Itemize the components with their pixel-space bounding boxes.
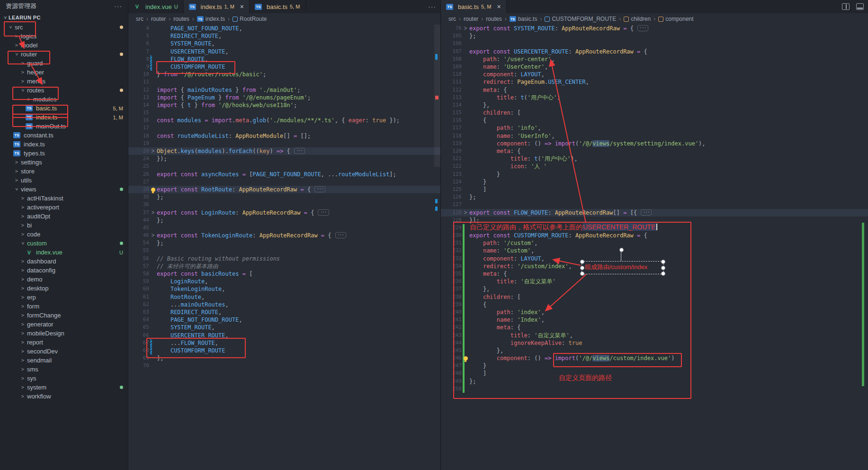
tree-item-generator[interactable]: >generator — [0, 320, 128, 329]
code-line-241[interactable]: 241 name: 'Index', — [441, 316, 868, 324]
code-line-69[interactable]: 69]; — [128, 354, 441, 362]
code-line-19[interactable]: 19 — [128, 140, 441, 147]
breadcrumb-item-router[interactable]: router — [151, 16, 166, 22]
tree-item-dataconfig[interactable]: >dataconfig — [0, 266, 128, 275]
code-line-64[interactable]: 64 PAGE_NOT_FOUND_ROUTE, — [128, 316, 441, 324]
code-line-116[interactable]: 116 { — [441, 117, 868, 124]
code-line-25[interactable]: 25 — [128, 163, 441, 170]
resize-handle-se[interactable] — [661, 271, 665, 276]
code-line-237[interactable]: 237 }, — [441, 285, 868, 293]
code-line-240[interactable]: 240 path: 'index', — [441, 308, 868, 316]
code-line-20[interactable]: 20>Object.keys(modules).forEach((key) =>… — [128, 147, 441, 155]
code-line-8[interactable]: 8 FLOW_ROUTE, — [128, 55, 441, 63]
code-line-76[interactable]: 76>export const SYSTEM_ROUTE: AppRouteRe… — [441, 25, 868, 32]
overview-ruler-right[interactable] — [862, 0, 868, 470]
code-line-120[interactable]: 120 meta: { — [441, 147, 868, 155]
code-line-244[interactable]: 244 ignoreKeepAlive: true — [441, 339, 868, 347]
tree-item-system[interactable]: >system — [0, 383, 128, 392]
folded-region-indicator[interactable]: ··· — [637, 25, 648, 31]
fold-chevron-icon[interactable]: > — [152, 231, 155, 240]
tree-item-mainOut.ts[interactable]: TSmainOut.ts — [0, 122, 128, 131]
code-line-11[interactable]: 11 — [128, 78, 441, 86]
tree-item-routes[interactable]: >routes — [0, 86, 128, 95]
code-line-16[interactable]: 16const modules = import.meta.glob('./mo… — [128, 117, 441, 124]
tree-item-guard[interactable]: >guard — [0, 59, 128, 68]
fold-chevron-icon[interactable]: > — [152, 208, 155, 217]
code-line-65[interactable]: 65 SYSTEM_ROUTE, — [128, 324, 441, 331]
breadcrumb-item-src[interactable]: src — [448, 16, 456, 22]
annotation-textbox[interactable]: 组成路由/custom/index — [582, 261, 664, 274]
code-line-242[interactable]: 242 meta: { — [441, 324, 868, 331]
breadcrumb-item-index.ts[interactable]: TSindex.ts — [197, 16, 225, 22]
code-line-246[interactable]: 246 component: () => import('/@/views/cu… — [441, 354, 868, 362]
code-line-12[interactable]: 12import { mainOutRoutes } from './mainO… — [128, 86, 441, 94]
tree-item-helper[interactable]: >helper — [0, 68, 128, 77]
code-line-239[interactable]: 239 { — [441, 301, 868, 308]
tree-item-index.ts[interactable]: TSindex.ts — [0, 140, 128, 149]
breadcrumb-item-src[interactable]: src — [136, 16, 143, 22]
tree-item-custom[interactable]: >custom — [0, 239, 128, 248]
code-line-250[interactable]: 250 — [441, 385, 868, 393]
close-icon[interactable]: × — [497, 3, 501, 10]
tree-item-types.ts[interactable]: TStypes.ts — [0, 149, 128, 158]
tree-item-erp[interactable]: >erp — [0, 293, 128, 302]
breadcrumb-item-routes[interactable]: routes — [173, 16, 189, 22]
code-editor-basic-ts[interactable]: 76>export const SYSTEM_ROUTE: AppRouteRe… — [441, 25, 868, 393]
code-line-105[interactable]: 105}; — [441, 32, 868, 40]
code-line-54[interactable]: 54}; — [128, 239, 441, 247]
code-line-107[interactable]: 107export const USERCENTER_ROUTE: AppRou… — [441, 48, 868, 55]
tree-item-auditOpt[interactable]: >auditOpt — [0, 212, 128, 221]
code-line-70[interactable]: 70 — [128, 362, 441, 370]
tab-basic.ts[interactable]: TSbasic.ts5, M× — [441, 0, 507, 13]
folded-region-indicator[interactable]: ··· — [314, 186, 325, 192]
code-line-18[interactable]: 18const routeModuleList: AppRouteModule[… — [128, 132, 441, 140]
code-line-15[interactable]: 15 — [128, 109, 441, 117]
tree-item-actHiTaskinst[interactable]: >actHiTaskinst — [0, 194, 128, 203]
folded-region-indicator[interactable]: ··· — [294, 148, 305, 154]
tree-item-code[interactable]: >code — [0, 230, 128, 239]
folded-region-indicator[interactable]: ··· — [318, 209, 329, 216]
tree-item-activereport[interactable]: >activereport — [0, 203, 128, 212]
resize-handle-w[interactable] — [580, 266, 584, 270]
code-line-230[interactable]: 230export const CUSTOMFORM_ROUTE: AppRou… — [441, 232, 868, 239]
code-line-45[interactable]: 45 — [128, 224, 441, 232]
workspace-section-header[interactable]: > LEARUN PC — [0, 12, 128, 23]
tree-item-views[interactable]: >views — [0, 185, 128, 194]
code-line-26[interactable]: 26export const asyncRoutes = [PAGE_NOT_F… — [128, 171, 441, 178]
code-line-110[interactable]: 110 component: LAYOUT, — [441, 71, 868, 78]
code-line-46[interactable]: 46>export const TokenLoginRoute: AppRout… — [128, 232, 441, 239]
tree-item-workflow[interactable]: >workflow — [0, 392, 128, 401]
breadcrumb-item-basic.ts[interactable]: TSbasic.ts — [510, 16, 537, 22]
tree-item-router[interactable]: >router — [0, 50, 128, 59]
code-line-106[interactable]: 106 — [441, 40, 868, 47]
split-editor-icon[interactable] — [842, 3, 850, 10]
overview-ruler-left[interactable] — [434, 0, 441, 470]
tree-item-sms[interactable]: >sms — [0, 365, 128, 374]
code-line-57[interactable]: 57// 未经许可的基本路由 — [128, 262, 441, 270]
fold-chevron-icon[interactable]: > — [152, 146, 155, 155]
code-line-4[interactable]: 4 PAGE_NOT_FOUND_ROUTE, — [128, 25, 441, 32]
breadcrumb-item-routes[interactable]: routes — [486, 16, 501, 22]
tree-item-index.vue[interactable]: Vindex.vueU — [0, 248, 128, 257]
tree-item-src[interactable]: >src — [0, 23, 128, 32]
code-line-111[interactable]: 111 redirect: PageEnum.USER_CENTER, — [441, 78, 868, 86]
code-line-60[interactable]: 60 TokenLoginRoute, — [128, 285, 441, 293]
code-line-61[interactable]: 61 RootRoute, — [128, 293, 441, 301]
code-line-27[interactable]: 27 — [128, 178, 441, 186]
code-line-28[interactable]: 28export const RootRoute: AppRouteRecord… — [128, 186, 441, 193]
code-line-228[interactable]: 228}]; — [441, 217, 868, 224]
code-line-127[interactable]: 127 — [441, 201, 868, 208]
code-line-128[interactable]: 128>export const FLOW_ROUTE: AppRouteRec… — [441, 209, 868, 217]
tree-item-report[interactable]: >report — [0, 338, 128, 347]
breadcrumb-item-children[interactable]: children — [624, 16, 651, 22]
breadcrumb-item-component[interactable]: component — [658, 16, 693, 22]
code-line-35[interactable]: 35}; — [128, 193, 441, 201]
code-line-114[interactable]: 114 }, — [441, 101, 868, 109]
code-line-62[interactable]: 62 ...mainOutRoutes, — [128, 301, 441, 308]
code-line-68[interactable]: 68 CUSTOMFORM_ROUTE — [128, 347, 441, 354]
tab-basic.ts[interactable]: TSbasic.ts5, M — [250, 0, 305, 13]
tree-item-modules[interactable]: >modules — [0, 95, 128, 104]
code-line-119[interactable]: 119 component: () => import('/@/views/sy… — [441, 140, 868, 147]
code-line-231[interactable]: 231 path: '/custom', — [441, 239, 868, 247]
breadcrumb-item-CUSTOMFORM_ROUTE[interactable]: CUSTOMFORM_ROUTE — [545, 16, 616, 22]
